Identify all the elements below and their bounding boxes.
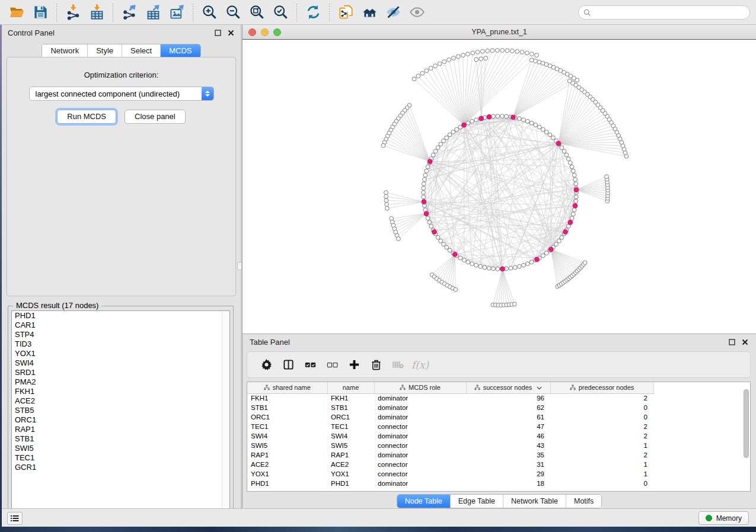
mcds-result-item[interactable]: SWI5	[12, 444, 229, 453]
table-row[interactable]: FKH1FKH1dominator962	[247, 393, 750, 403]
zoom-selected-button[interactable]	[269, 2, 292, 23]
float-panel-button[interactable]	[214, 29, 222, 37]
close-table-panel-button[interactable]	[741, 338, 749, 346]
column-header-predecessor-nodes[interactable]: predecessor nodes	[550, 382, 653, 393]
mcds-result-item[interactable]: ACE2	[12, 396, 229, 406]
show-column-button[interactable]	[277, 354, 299, 376]
network-canvas-svg	[243, 40, 756, 334]
empty-header-space	[653, 382, 750, 393]
mcds-result-item[interactable]: STP4	[12, 330, 229, 339]
toolbar-separator	[113, 4, 113, 21]
table-row[interactable]: STB1STB1dominator620	[247, 403, 750, 412]
table-settings-button[interactable]	[256, 354, 277, 376]
select-all-columns-button[interactable]	[299, 354, 321, 376]
mcds-result-item[interactable]: SRD1	[12, 368, 229, 377]
table-row[interactable]: ACE2ACE2connector311	[247, 460, 750, 469]
apply-layout-button[interactable]	[301, 2, 325, 23]
main-toolbar	[0, 0, 756, 25]
open-file-button[interactable]	[5, 2, 28, 23]
desktop-wallpaper	[0, 527, 756, 532]
run-mcds-button[interactable]: Run MCDS	[57, 110, 116, 124]
function-builder-button[interactable]: f(x)	[409, 354, 431, 376]
new-network-from-selection-button[interactable]	[334, 2, 358, 23]
close-icon	[742, 339, 748, 345]
column-header-MCDS-role[interactable]: MCDS role	[374, 382, 466, 393]
table-scrollbar-thumb[interactable]	[744, 389, 749, 458]
show-all-button[interactable]	[405, 2, 429, 23]
mcds-result-list[interactable]: PHD1CAR1STP4TID3YOX1SWI4SRD1PMA2FKH1ACE2…	[11, 310, 230, 517]
export-image-button[interactable]	[165, 2, 189, 23]
zoom-in-icon	[202, 4, 218, 20]
mcds-result-item[interactable]: YOX1	[12, 349, 229, 358]
zoom-in-button[interactable]	[197, 2, 221, 23]
column-header-name[interactable]: name	[327, 382, 374, 393]
close-panel-button[interactable]	[227, 29, 235, 37]
window-minimize-button[interactable]	[261, 28, 269, 36]
list-scrollbar-track[interactable]	[222, 311, 229, 517]
tab-style[interactable]: Style	[87, 44, 122, 57]
tab-select[interactable]: Select	[122, 44, 160, 57]
save-session-button[interactable]	[28, 2, 52, 23]
network-canvas[interactable]	[243, 40, 756, 334]
unselect-all-columns-button[interactable]	[321, 354, 343, 376]
splitter-handle-icon[interactable]	[237, 262, 242, 270]
table-row[interactable]: RAP1RAP1dominator352	[247, 450, 750, 460]
delete-column-button[interactable]	[365, 354, 387, 376]
mcds-result-item[interactable]: TID3	[12, 339, 229, 349]
table-row[interactable]: SWI4SWI4dominator462	[247, 431, 750, 441]
import-network-button[interactable]	[61, 2, 85, 23]
table-tab-network-table[interactable]: Network Table	[503, 495, 566, 508]
zoom-out-button[interactable]	[221, 2, 245, 23]
mcds-result-item[interactable]: PHD1	[12, 311, 229, 321]
table-row[interactable]: PHD1PHD1dominator180	[247, 479, 750, 488]
task-history-button[interactable]	[7, 512, 23, 525]
float-table-panel-button[interactable]	[728, 338, 736, 346]
mcds-result-item[interactable]: GCR1	[12, 463, 229, 472]
list-icon	[10, 514, 20, 523]
tab-mcds[interactable]: MCDS	[160, 44, 200, 57]
column-header-shared-name[interactable]: shared name	[247, 382, 327, 393]
mcds-result-item[interactable]: FKH1	[12, 387, 229, 396]
import-network-icon	[65, 4, 81, 20]
hide-selected-button[interactable]	[381, 2, 405, 23]
table-row[interactable]: ORC1ORC1dominator610	[247, 412, 750, 422]
criterion-select[interactable]: largest connected component (undirected)	[29, 86, 214, 101]
delete-table-button[interactable]	[387, 354, 409, 376]
export-table-button[interactable]	[141, 2, 165, 23]
import-table-button[interactable]	[85, 2, 109, 23]
control-panel-header: Control Panel	[2, 25, 241, 40]
memory-label: Memory	[716, 514, 742, 523]
refresh-icon	[305, 4, 321, 20]
export-network-button[interactable]	[117, 2, 141, 23]
window-maximize-button[interactable]	[273, 28, 281, 36]
mcds-result-item[interactable]: RAP1	[12, 425, 229, 434]
tab-network[interactable]: Network	[42, 44, 87, 57]
table-row[interactable]: SWI5SWI5connector431	[247, 441, 750, 450]
first-neighbors-button[interactable]	[358, 2, 381, 23]
table-tab-node-table[interactable]: Node Table	[397, 495, 450, 508]
close-mcds-panel-button[interactable]: Close panel	[125, 110, 186, 124]
save-floppy-icon	[33, 4, 49, 20]
control-panel: Control Panel NetworkStyleSelectMCDS Opt…	[2, 25, 241, 508]
toolbar-separator	[56, 4, 57, 21]
mcds-result-item[interactable]: PMA2	[12, 377, 229, 387]
mcds-result-item[interactable]: ORC1	[12, 415, 229, 425]
mcds-result-item[interactable]: CAR1	[12, 321, 229, 330]
table-row[interactable]: YOX1YOX1connector291	[247, 469, 750, 479]
search-input[interactable]	[595, 8, 745, 17]
trash-icon	[371, 359, 382, 370]
zoom-fit-button[interactable]	[245, 2, 269, 23]
window-close-button[interactable]	[248, 28, 256, 36]
table-tab-motifs[interactable]: Motifs	[566, 495, 601, 508]
mcds-result-item[interactable]: TEC1	[12, 453, 229, 463]
create-column-button[interactable]	[343, 354, 365, 376]
memory-button[interactable]: Memory	[698, 511, 749, 525]
mcds-result-item[interactable]: STB5	[12, 406, 229, 415]
mcds-result-item[interactable]: STB1	[12, 434, 229, 444]
table-row[interactable]: TEC1TEC1connector472	[247, 422, 750, 431]
table-tab-edge-table[interactable]: Edge Table	[450, 495, 503, 508]
column-header-successor-nodes[interactable]: successor nodes	[466, 382, 550, 393]
select-stepper-icon	[202, 87, 213, 100]
mcds-result-item[interactable]: SWI4	[12, 358, 229, 368]
search-box	[578, 5, 750, 20]
